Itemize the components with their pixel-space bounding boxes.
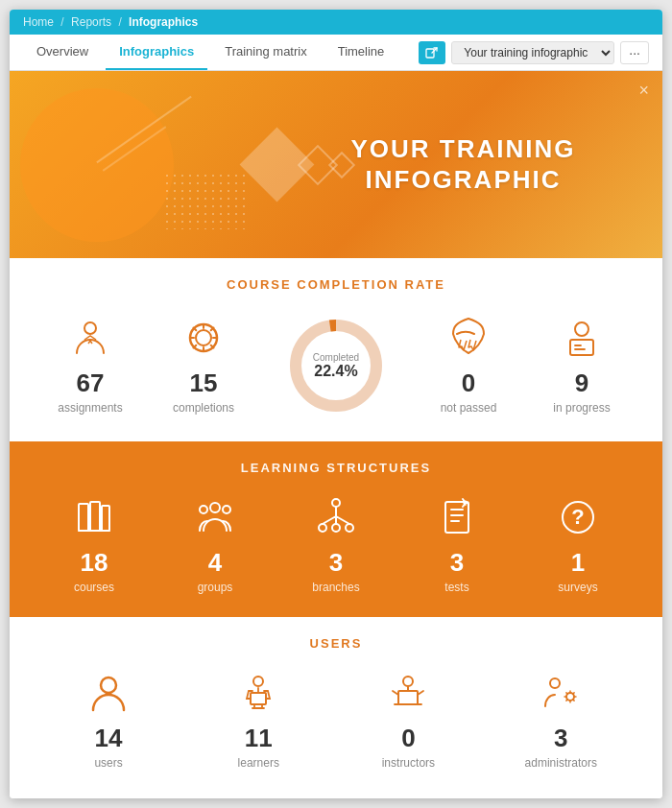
svg-point-13 — [223, 506, 230, 513]
stat-courses: 18 courses — [60, 496, 128, 594]
in-progress-icon — [561, 317, 603, 365]
svg-rect-26 — [398, 691, 418, 704]
title-bar: Home / Reports / Infographics — [10, 10, 662, 35]
surveys-label: surveys — [558, 581, 597, 594]
stat-learners: 11 learners — [225, 672, 292, 770]
surveys-number: 1 — [571, 550, 585, 575]
stat-administrators: 3 administrators — [525, 672, 597, 770]
not-passed-number: 0 — [462, 370, 475, 395]
assignments-label: assignments — [58, 401, 122, 415]
svg-text:?: ? — [571, 505, 584, 529]
groups-number: 4 — [208, 550, 222, 575]
courses-label: courses — [74, 581, 114, 594]
tab-overview[interactable]: Overview — [23, 35, 102, 70]
learning-structures-title: LEARNING STRUCTURES — [38, 461, 634, 475]
svg-rect-0 — [426, 49, 434, 58]
hero-close-button[interactable]: × — [638, 81, 649, 101]
svg-rect-7 — [570, 340, 593, 355]
learners-number: 11 — [245, 725, 273, 750]
stat-not-passed: 0 not passed — [435, 317, 502, 415]
svg-point-12 — [200, 506, 207, 513]
stat-assignments: 67 assignments — [57, 317, 124, 415]
branches-number: 3 — [329, 550, 343, 575]
stat-in-progress: 9 in progress — [548, 317, 615, 415]
hero-title-line1: YOUR TRAINING — [351, 134, 576, 164]
users-stats: 14 users 11 learners — [38, 672, 634, 770]
course-completion-title: COURSE COMPLETION RATE — [38, 277, 634, 292]
hero-circle-decoration — [20, 88, 174, 242]
svg-point-22 — [101, 677, 116, 693]
not-passed-icon — [447, 317, 490, 365]
breadcrumb: Home / Reports / Infographics — [23, 15, 198, 29]
tab-bar: Overview Infographics Training matrix Ti… — [10, 35, 662, 71]
administrators-icon — [540, 672, 582, 720]
users-section: USERS 14 users — [10, 617, 662, 798]
svg-point-27 — [550, 678, 560, 688]
stat-instructors: 0 instructors — [374, 672, 442, 770]
breadcrumb-reports[interactable]: Reports — [71, 15, 111, 29]
more-options-button[interactable]: ··· — [620, 41, 649, 64]
not-passed-label: not passed — [441, 401, 497, 415]
stat-branches: 3 branches — [302, 496, 370, 594]
hero-text: YOUR TRAINING INFOGRAPHIC — [351, 134, 576, 194]
users-title: USERS — [38, 636, 634, 651]
completions-icon — [182, 317, 225, 365]
tab-training-matrix[interactable]: Training matrix — [211, 35, 320, 70]
svg-text:+: + — [463, 498, 468, 509]
tests-label: tests — [444, 581, 468, 594]
instructors-number: 0 — [401, 725, 415, 750]
in-progress-label: in progress — [553, 401, 610, 415]
branches-label: branches — [312, 581, 359, 594]
svg-rect-8 — [79, 504, 88, 531]
svg-point-1 — [84, 322, 96, 334]
stat-tests: + 3 tests — [423, 496, 491, 594]
donut-percent: 22.4% — [314, 363, 357, 379]
courses-icon — [73, 496, 115, 544]
svg-point-15 — [319, 524, 326, 532]
hero-dots-decoration — [163, 172, 250, 229]
app-window: Home / Reports / Infographics Overview I… — [10, 10, 662, 798]
users-icon — [87, 672, 130, 720]
hero-banner: YOUR TRAINING INFOGRAPHIC × — [10, 71, 662, 258]
tests-number: 3 — [450, 550, 464, 575]
svg-rect-10 — [102, 506, 109, 531]
course-completion-section: COURSE COMPLETION RATE 67 assignments — [10, 258, 662, 441]
administrators-number: 3 — [554, 725, 567, 750]
tab-list: Overview Infographics Training matrix Ti… — [23, 35, 419, 70]
assignments-icon — [69, 317, 111, 365]
completions-label: completions — [173, 401, 234, 415]
tests-icon: + — [436, 496, 478, 544]
branches-icon — [315, 496, 357, 544]
learning-structures-section: LEARNING STRUCTURES 18 courses — [10, 441, 662, 617]
stat-surveys: ? 1 surveys — [544, 496, 612, 594]
instructors-icon — [387, 672, 429, 720]
donut-completed-label: Completed — [313, 352, 359, 363]
learners-label: learners — [238, 756, 279, 770]
in-progress-number: 9 — [575, 370, 588, 395]
users-number: 14 — [95, 725, 123, 750]
tab-actions: Your training infographic ··· — [419, 41, 649, 64]
svg-rect-24 — [251, 693, 266, 704]
assignments-number: 67 — [77, 370, 105, 395]
learning-structures-stats: 18 courses 4 groups — [38, 496, 634, 594]
stat-users: 14 users — [75, 672, 142, 770]
tab-timeline[interactable]: Timeline — [324, 35, 398, 70]
users-label: users — [94, 756, 122, 770]
infographic-selector[interactable]: Your training infographic — [451, 41, 614, 64]
surveys-icon: ? — [557, 496, 599, 544]
breadcrumb-current: Infographics — [129, 15, 198, 29]
svg-point-16 — [332, 524, 340, 532]
breadcrumb-home[interactable]: Home — [23, 15, 54, 29]
stat-groups: 4 groups — [181, 496, 249, 594]
tab-infographics[interactable]: Infographics — [106, 35, 207, 70]
courses-number: 18 — [81, 550, 108, 575]
course-completion-stats: 67 assignments 15 completions — [38, 313, 634, 418]
groups-icon — [194, 496, 236, 544]
svg-point-6 — [575, 322, 588, 336]
administrators-label: administrators — [525, 756, 597, 770]
stat-donut: Completed 22.4% — [283, 313, 389, 418]
share-button[interactable] — [419, 41, 445, 64]
svg-point-3 — [196, 330, 211, 345]
stat-completions: 15 completions — [170, 317, 237, 415]
learners-icon — [237, 672, 279, 720]
